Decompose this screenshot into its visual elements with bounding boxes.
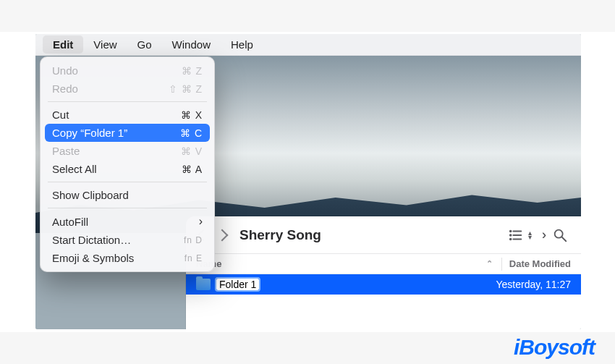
finder-title: Sherry Song [239,227,321,243]
updown-icon: ▴▾ [528,231,532,240]
menubar-item-edit[interactable]: Edit [43,35,83,54]
edit-menu: Undo⌘ Z Redo⇧ ⌘ Z Cut⌘ X Copy “Folder 1”… [40,56,215,272]
menu-item-show-clipboard[interactable]: Show Clipboard [41,186,214,204]
finder-window: Sherry Song ▴▾ ›› Name ⌃ Date Modified [186,216,581,329]
file-date: Yesterday, 11:27 [488,279,571,290]
sort-caret-icon: ⌃ [486,259,493,268]
screenshot-stage: Edit View Go Window Help Sherry Song ▴▾ … [0,0,615,364]
menubar-item-help[interactable]: Help [221,35,263,54]
menu-item-cut[interactable]: Cut⌘ X [41,106,214,124]
menubar: Edit View Go Window Help [35,34,581,56]
svg-point-4 [510,238,512,240]
menu-item-copy[interactable]: Copy “Folder 1”⌘ C [45,124,210,142]
column-date-modified[interactable]: Date Modified [509,258,571,269]
screenshot-frame: Edit View Go Window Help Sherry Song ▴▾ … [35,34,581,329]
brand-logo: iBoysoft [514,335,595,360]
menu-separator [48,182,207,182]
menubar-item-window[interactable]: Window [162,35,221,54]
menu-separator [48,101,207,102]
chevron-right-icon: › [199,215,203,228]
folder-icon [196,279,211,290]
menu-item-redo: Redo⇧ ⌘ Z [41,80,214,98]
svg-point-0 [510,230,512,232]
top-band [0,0,615,32]
svg-line-7 [562,237,567,241]
menu-separator [48,208,207,208]
menu-item-emoji-symbols[interactable]: Emoji & Symbolsfn E [41,249,214,267]
search-button[interactable] [552,227,568,243]
table-row[interactable]: Folder 1 Yesterday, 11:27 [186,274,581,295]
menu-item-select-all[interactable]: Select All⌘ A [41,160,214,178]
file-name-editor[interactable]: Folder 1 [216,279,259,290]
menu-item-autofill[interactable]: AutoFill› [41,212,214,231]
svg-point-2 [510,234,512,236]
svg-point-6 [555,229,563,237]
menu-item-start-dictation[interactable]: Start Dictation…fn D [41,231,214,249]
list-icon [508,227,524,243]
chevron-right-icon [216,229,229,241]
search-icon [552,227,568,243]
file-list: Folder 1 Yesterday, 11:27 [186,274,581,295]
menu-item-undo: Undo⌘ Z [41,62,214,80]
menubar-item-go[interactable]: Go [127,35,162,54]
column-name[interactable]: Name [196,258,478,269]
column-separator [501,258,502,271]
finder-toolbar: Sherry Song ▴▾ ›› [186,216,581,254]
menubar-item-view[interactable]: View [83,35,127,54]
forward-button[interactable] [218,231,226,240]
menu-item-paste: Paste⌘ V [41,142,214,160]
view-mode-button[interactable]: ▴▾ [508,227,532,243]
finder-columns-header: Name ⌃ Date Modified [186,254,581,274]
